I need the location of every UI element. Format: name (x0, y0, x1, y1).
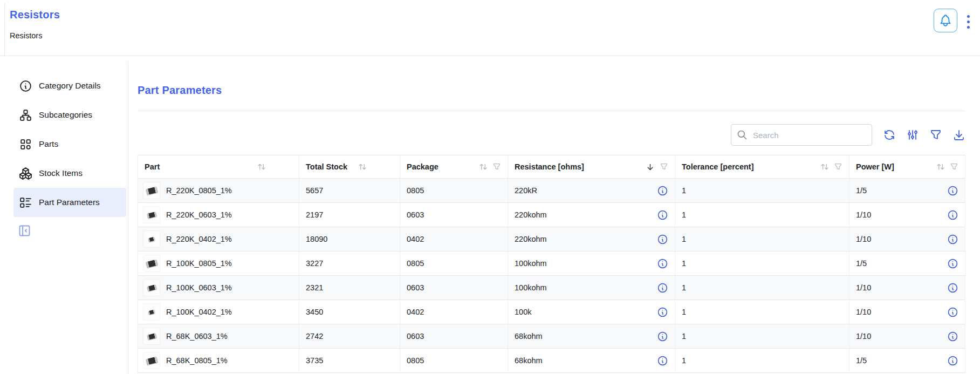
cell-value: 1/10 (856, 210, 871, 219)
cell-resistance: 220kohm (508, 203, 675, 227)
table-row[interactable]: R_220K_0805_1%56570805220kR11/5 (138, 179, 965, 203)
table-row[interactable]: R_68K_0805_1%3735080568kohm11/5 (138, 349, 965, 373)
sort-icon (479, 162, 488, 171)
breadcrumb-item-resistors[interactable]: Resistors (10, 31, 42, 40)
download-icon (952, 128, 965, 141)
column-header-part[interactable]: Part (138, 155, 299, 178)
column-filter-icon[interactable] (834, 162, 842, 171)
sort-descending-icon (646, 162, 655, 172)
table-row[interactable]: R_68K_0603_1%2742060368kohm11/10 (138, 324, 965, 349)
cell-tolerance: 1 (675, 324, 849, 348)
table-header-row: PartTotal StockPackageResistance [ohms]T… (138, 155, 965, 179)
cell-part: R_220K_0805_1% (138, 179, 299, 202)
part-thumbnail-image (143, 304, 160, 320)
info-icon[interactable] (947, 234, 958, 245)
table-row[interactable]: R_220K_0402_1%180900402220kohm11/10 (138, 227, 965, 251)
info-icon[interactable] (657, 282, 668, 294)
cell-value: 0603 (407, 210, 424, 219)
collapse-sidebar-icon (17, 223, 32, 238)
info-icon[interactable] (657, 234, 668, 245)
cell-package: 0603 (400, 276, 508, 300)
column-filter-icon[interactable] (950, 162, 958, 171)
table-columns-button[interactable] (906, 128, 919, 141)
cell-value: 68kohm (515, 332, 543, 341)
refresh-button[interactable] (883, 128, 896, 141)
overflow-menu-button[interactable] (961, 11, 975, 32)
cell-value: 3227 (306, 259, 323, 268)
table-row[interactable]: R_100K_0402_1%34500402100k11/10 (138, 300, 965, 324)
info-icon[interactable] (657, 185, 668, 196)
part-thumbnail-image (143, 231, 160, 247)
cell-power: 1/10 (849, 203, 965, 227)
column-header-tolerance-percent[interactable]: Tolerance [percent] (675, 155, 849, 178)
column-label: Total Stock (306, 162, 347, 171)
cell-value: 220kR (515, 186, 537, 195)
cell-value: 3450 (306, 308, 323, 316)
cell-value: 1 (682, 332, 686, 341)
cell-total-stock: 3735 (299, 349, 400, 372)
sidebar-item-category-details[interactable]: Category Details (13, 71, 126, 100)
cell-value: 1 (682, 235, 686, 243)
info-icon[interactable] (657, 331, 668, 342)
list-details-icon (19, 196, 32, 209)
column-filter-icon[interactable] (492, 162, 501, 171)
table-filters-button[interactable] (929, 128, 942, 141)
info-icon[interactable] (947, 282, 958, 294)
cell-package: 0805 (400, 349, 508, 372)
panel-divider (138, 111, 965, 111)
info-icon[interactable] (657, 258, 668, 269)
info-icon[interactable] (947, 185, 958, 196)
search-icon (737, 130, 748, 140)
info-icon[interactable] (947, 307, 958, 318)
part-thumbnail-image (143, 182, 160, 199)
refresh-icon (883, 128, 896, 141)
search-input[interactable] (752, 130, 866, 140)
cell-value: 100k (515, 308, 531, 316)
column-filter-icon[interactable] (660, 162, 668, 171)
column-header-package[interactable]: Package (400, 155, 508, 178)
sidebar-item-label: Part Parameters (39, 198, 100, 207)
cell-value: R_68K_0805_1% (166, 356, 228, 365)
sidebar-item-stock-items[interactable]: Stock Items (13, 159, 126, 188)
cell-total-stock: 18090 (299, 227, 400, 251)
column-header-power-w[interactable]: Power [W] (849, 155, 965, 178)
info-icon[interactable] (947, 209, 958, 221)
column-header-total-stock[interactable]: Total Stock (299, 155, 400, 178)
table-row[interactable]: R_220K_0603_1%21970603220kohm11/10 (138, 203, 965, 227)
collapse-sidebar-button[interactable] (17, 223, 32, 238)
sidebar-item-subcategories[interactable]: Subcategories (13, 100, 126, 130)
cell-part: R_100K_0805_1% (138, 251, 299, 275)
cell-value: 1 (682, 356, 686, 365)
info-icon[interactable] (657, 355, 668, 366)
info-icon[interactable] (657, 307, 668, 318)
filter-icon (929, 128, 942, 141)
page-title: Resistors (10, 9, 60, 21)
info-icon[interactable] (947, 355, 958, 366)
cell-tolerance: 1 (675, 179, 849, 202)
download-button[interactable] (952, 128, 965, 141)
part-thumbnail-image (143, 280, 160, 296)
cell-value: R_100K_0805_1% (166, 259, 232, 268)
cell-power: 1/5 (849, 349, 965, 372)
cell-total-stock: 2321 (299, 276, 400, 300)
column-label: Power [W] (856, 162, 894, 171)
column-label: Tolerance [percent] (682, 162, 754, 171)
main-panel: Part Parameters (138, 61, 965, 374)
cell-total-stock: 5657 (299, 179, 400, 202)
table-row[interactable]: R_100K_0603_1%23210603100kohm11/10 (138, 276, 965, 300)
info-icon[interactable] (947, 258, 958, 269)
sort-icon (358, 162, 367, 171)
cell-value: 0805 (407, 186, 424, 195)
cell-resistance: 100k (508, 300, 675, 324)
info-icon[interactable] (657, 209, 668, 221)
table-row[interactable]: R_100K_0805_1%32270805100kohm11/5 (138, 251, 965, 276)
cell-value: 5657 (306, 186, 323, 195)
cell-value: 220kohm (515, 210, 547, 219)
column-header-resistance-ohms[interactable]: Resistance [ohms] (508, 155, 675, 178)
notifications-button[interactable] (934, 9, 957, 32)
info-icon[interactable] (947, 331, 958, 342)
sidebar-item-part-parameters[interactable]: Part Parameters (13, 188, 126, 217)
cell-value: 3735 (306, 356, 323, 365)
sidebar-item-parts[interactable]: Parts (13, 130, 126, 159)
part-thumbnail-image (143, 207, 160, 223)
